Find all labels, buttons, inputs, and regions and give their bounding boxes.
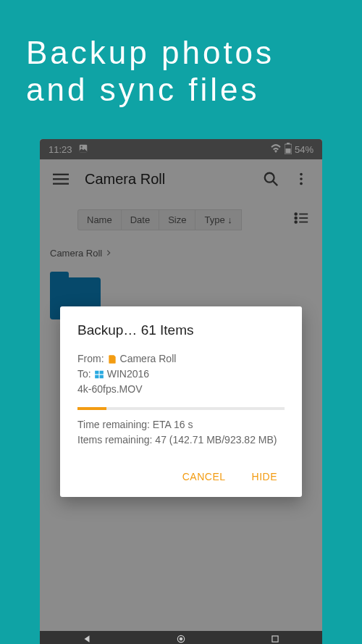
promo-header: Backup photos and sync files [0, 0, 362, 130]
nav-recent-icon[interactable] [269, 634, 282, 644]
items-remaining: Items remaining: 47 (142.71 MB/923.82 MB… [77, 432, 285, 448]
android-nav-bar [40, 631, 322, 644]
to-value: WIN2016 [107, 367, 149, 382]
time-remaining: Time remaining: ETA 16 s [77, 417, 285, 432]
svg-rect-25 [272, 636, 278, 642]
promo-line2: and sync files [26, 72, 336, 109]
progress-bar [77, 407, 285, 410]
backup-dialog: Backup… 61 Items From: Camera Roll To: W… [60, 306, 302, 497]
nav-back-icon[interactable] [80, 634, 93, 644]
from-value: Camera Roll [120, 351, 177, 367]
nav-home-icon[interactable] [174, 634, 188, 644]
windows-icon [94, 369, 104, 380]
dialog-title: Backup… 61 Items [77, 322, 285, 338]
svg-rect-19 [95, 370, 98, 374]
to-label: To: [77, 367, 91, 382]
progress-fill [77, 407, 106, 410]
promo-line1: Backup photos [26, 35, 336, 72]
svg-point-24 [180, 637, 183, 641]
current-file: 4k-60fps.MOV [77, 382, 142, 397]
svg-rect-21 [95, 375, 98, 378]
from-label: From: [77, 351, 104, 367]
sdcard-icon [107, 354, 117, 364]
svg-rect-20 [99, 370, 103, 374]
cancel-button[interactable]: CANCEL [180, 465, 229, 488]
phone-frame: 11:23 54% Camera Roll Name Date [40, 139, 322, 644]
svg-rect-22 [99, 375, 103, 378]
hide-button[interactable]: HIDE [249, 465, 280, 488]
